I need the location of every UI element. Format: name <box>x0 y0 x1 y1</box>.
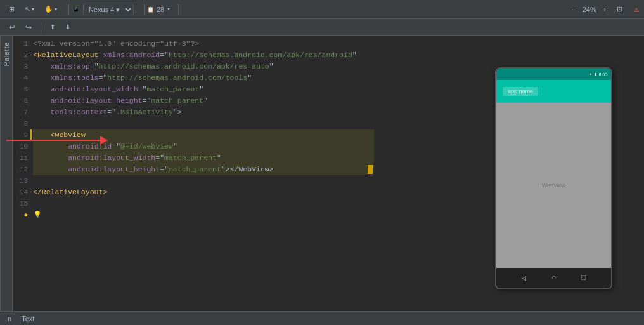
pan-dropdown-icon: ▾ <box>55 6 57 12</box>
palette-label[interactable]: Palette <box>3 38 10 70</box>
line-num-16: ● <box>15 209 28 221</box>
red-arrow <box>6 134 108 147</box>
line-num-13: 13 <box>15 175 28 187</box>
app-name-label: app name <box>503 87 538 96</box>
cursor-button[interactable]: ↖ ▾ <box>21 3 38 15</box>
line-num-5: 5 <box>15 84 28 95</box>
line-num-4: 4 <box>15 72 28 84</box>
zoom-in-button[interactable]: + <box>599 4 610 15</box>
api-dropdown-icon: ▾ <box>167 6 170 13</box>
wifi-signal-icon: ▾ <box>589 72 592 77</box>
zoom-fit-button[interactable]: ⊡ <box>613 3 626 15</box>
api-label: 28 <box>157 6 164 13</box>
code-line-5: android:layout_width="match_parent" <box>33 84 374 95</box>
code-line-2: <RelativeLayout xmlns:android="http://sc… <box>33 50 374 61</box>
phone-status-bar: ▾ ▮ 8:00 <box>496 69 611 80</box>
webview-placeholder-label: WebView <box>542 182 566 189</box>
code-line-15 <box>33 198 374 209</box>
code-editor[interactable]: 1 2 3 4 5 6 7 8 9 10 11 12 13 14 15 ● <?… <box>13 36 374 311</box>
separator-1 <box>68 4 69 15</box>
zoom-fit-icon: ⊡ <box>617 5 622 13</box>
separator-3 <box>178 4 179 15</box>
align-top-button[interactable]: ⬇ <box>61 22 74 32</box>
code-line-16: 💡 <box>33 209 374 221</box>
line-num-15: 15 <box>15 198 28 209</box>
toolbar-left-group: ⊞ ↖ ▾ ✋ ▾ <box>5 3 61 15</box>
device-icon: 📱 <box>72 5 80 13</box>
code-line-3: xmlns:app="http://schemas.android.com/ap… <box>33 61 374 72</box>
line-num-14: 14 <box>15 187 28 198</box>
code-line-11: android:layout_width="match_parent" <box>33 152 374 164</box>
battery-icon: ▮ <box>594 72 596 77</box>
warning-icon: ⚠ <box>634 4 639 15</box>
code-line-6: android:layout_height="match_parent" <box>33 95 374 107</box>
recents-button[interactable]: □ <box>581 274 586 282</box>
line-num-11: 11 <box>15 152 28 164</box>
zoom-label: 24% <box>583 6 596 13</box>
device-group: 📱 Nexus 4 ▾ <box>72 4 136 15</box>
redo-icon[interactable]: ↪ <box>22 21 35 34</box>
status-text[interactable]: Text <box>19 315 37 322</box>
status-left[interactable]: n <box>5 315 14 322</box>
lightbulb-icon[interactable]: 💡 <box>33 211 42 220</box>
separator-4 <box>41 22 41 33</box>
zoom-group: − 24% + ⊡ <box>568 3 626 15</box>
device-selector[interactable]: Nexus 4 ▾ <box>83 4 134 15</box>
status-time: 8:00 <box>598 72 607 77</box>
line-num-7: 7 <box>15 107 28 118</box>
phone-action-bar: app name <box>496 80 611 103</box>
api-icon: 📋 <box>147 6 154 13</box>
line-num-3: 3 <box>15 61 28 72</box>
code-line-12: android:layout_height="match_parent"></W… <box>33 164 374 175</box>
status-bar: n Text <box>0 311 644 325</box>
phone-nav-bar: ◁ ○ □ <box>496 268 611 288</box>
code-line-14: </RelativeLayout> <box>33 187 374 198</box>
api-group: 📋 28 ▾ <box>147 6 171 13</box>
phone-webview-content: WebView <box>496 103 611 268</box>
zoom-out-button[interactable]: − <box>568 4 579 15</box>
main-toolbar: ⊞ ↖ ▾ ✋ ▾ 📱 Nexus 4 ▾ 📋 28 ▾ − 24% + ⊡ ⚠ <box>0 0 644 19</box>
palette-panel[interactable]: Palette <box>0 36 13 311</box>
back-button[interactable]: ◁ <box>522 274 526 283</box>
layers-button[interactable]: ⊞ <box>5 3 18 15</box>
phone-mockup: ▾ ▮ 8:00 app name WebView ◁ ○ □ <box>495 67 612 289</box>
cursor-icon: ↖ <box>25 5 30 13</box>
separator-2 <box>144 4 145 15</box>
line-num-8: 8 <box>15 118 28 129</box>
align-left-button[interactable]: ⬆ <box>46 22 59 32</box>
line-num-6: 6 <box>15 95 28 107</box>
main-content: Palette 1 2 3 4 5 6 7 8 9 10 11 12 13 14… <box>0 36 644 311</box>
line-num-1: 1 <box>15 38 28 50</box>
design-preview-panel: ▾ ▮ 8:00 app name WebView ◁ ○ □ <box>374 36 644 311</box>
code-line-1: <?xml version="1.0" encoding="utf-8"?> <box>33 38 374 50</box>
line-numbers: 1 2 3 4 5 6 7 8 9 10 11 12 13 14 15 ● <box>13 36 30 311</box>
line-num-2: 2 <box>15 50 28 61</box>
pan-icon: ✋ <box>44 5 53 13</box>
cursor-dropdown-icon: ▾ <box>32 6 34 12</box>
undo-icon[interactable]: ↩ <box>5 21 19 34</box>
code-line-4: xmlns:tools="http://schemas.android.com/… <box>33 72 374 84</box>
code-line-13 <box>33 175 374 187</box>
line-num-12: 12 <box>15 164 28 175</box>
code-line-8 <box>33 118 374 129</box>
pan-button[interactable]: ✋ ▾ <box>41 3 61 15</box>
layers-icon: ⊞ <box>9 5 15 13</box>
code-area[interactable]: <?xml version="1.0" encoding="utf-8"?> <… <box>30 36 374 311</box>
code-line-7: tools:context=".MainActivity"> <box>33 107 374 118</box>
home-button[interactable]: ○ <box>551 274 556 282</box>
